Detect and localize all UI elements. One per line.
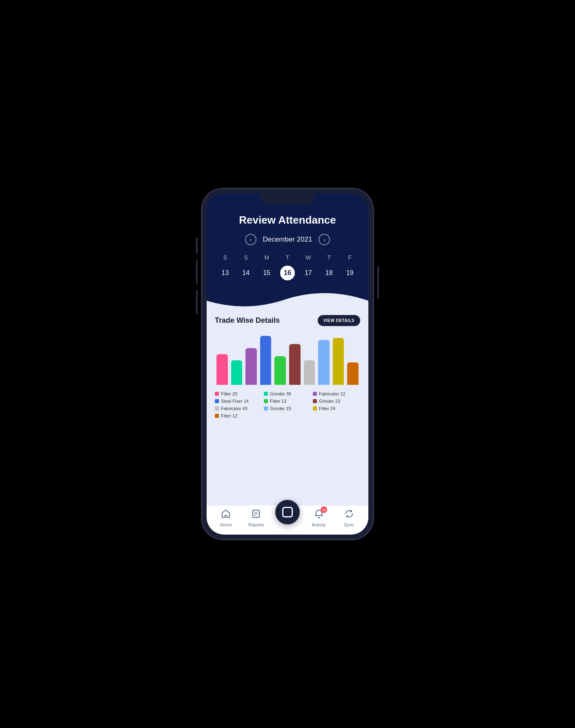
nav-label-activity: Activity [312,522,326,527]
section-header: Trade Wise Details VIEW DETAILS [215,315,360,326]
legend-label-6: Fabricator 43 [221,406,247,411]
legend-item-6: Fabricator 43 [215,406,262,411]
bar-1 [231,360,243,385]
nav-item-reports[interactable]: Reports [245,509,267,527]
legend-dot-7 [264,406,268,411]
bar-chart [215,332,360,385]
legend-dot-4 [264,399,268,403]
bar-4 [274,356,286,385]
legend-item-8: Fitter 24 [313,406,360,411]
legend-item-4: Fitter 13 [264,399,311,404]
side-button [196,260,198,284]
home-icon [221,509,231,521]
legend-dot-6 [215,406,219,411]
legend-item-5: Grinder 23 [313,399,360,404]
notch [261,193,314,205]
bar-8 [333,338,344,385]
day-header-0: S [215,253,236,262]
legend-item-9: Fitter 12 [215,413,262,418]
section-title: Trade Wise Details [215,316,280,325]
side-button [377,266,379,299]
day-header-4: W [298,253,319,262]
legend-dot-5 [313,399,317,403]
day-header-2: M [256,253,277,262]
prev-month-button[interactable]: ‹ [245,234,256,245]
cal-day-19[interactable]: 19 [343,266,357,280]
legend-dot-3 [215,399,219,403]
cal-day-17[interactable]: 17 [301,266,316,280]
legend-dot-1 [264,392,268,396]
app-content: Review Attendance ‹ December 2021 › S S … [207,193,368,535]
header-section: Review Attendance ‹ December 2021 › S S … [207,193,368,289]
side-button [196,237,198,254]
day-header-3: T [277,253,298,262]
cal-day-15[interactable]: 15 [259,266,274,280]
nav-item-home[interactable]: Home [215,509,237,527]
center-button-icon [282,507,293,517]
legend-label-1: Grinder 30 [270,391,291,396]
month-nav: ‹ December 2021 › [215,234,360,245]
legend-label-5: Grinder 23 [319,399,340,404]
legend-dot-2 [313,392,317,396]
bar-6 [304,360,315,385]
sync-icon [344,509,354,521]
legend-label-8: Fitter 24 [319,406,335,411]
reports-icon [251,509,261,521]
legend-item-1: Grinder 30 [264,391,311,396]
bar-0 [216,354,228,385]
bar-9 [347,362,359,385]
day-header-5: T [319,253,339,262]
legend-label-2: Fabricator 12 [319,391,345,396]
nav-label-reports: Reports [248,522,264,527]
calendar-row: 13 14 15 16 17 18 19 [215,266,360,280]
legend: Fitter 20 Grinder 30 Fabricator 12 Steel… [215,391,360,418]
calendar: S S M T W T F 13 14 15 16 17 18 [215,253,360,280]
legend-item-2: Fabricator 12 [313,391,360,396]
page-title: Review Attendance [215,214,360,226]
legend-label-7: Grinder 23 [270,406,291,411]
day-header-6: F [339,253,360,262]
legend-dot-9 [215,414,219,418]
legend-item-0: Fitter 20 [215,391,262,396]
bar-2 [245,348,257,385]
legend-label-0: Fitter 20 [221,391,237,396]
next-month-button[interactable]: › [319,234,330,245]
nav-label-sync: Sync [344,522,354,527]
activity-icon: 18 [314,509,324,521]
cal-day-18[interactable]: 18 [322,266,337,280]
legend-label-4: Fitter 13 [270,399,286,404]
bar-7 [318,340,330,385]
notification-badge: 18 [321,506,327,513]
bar-3 [260,336,272,385]
day-header-1: S [236,253,256,262]
legend-item-3: Steel Fixer 14 [215,399,262,404]
phone-screen: Review Attendance ‹ December 2021 › S S … [207,193,368,535]
bottom-nav: Home Reports [207,506,368,535]
nav-label-home: Home [220,522,232,527]
center-action-button[interactable] [275,500,300,524]
month-label: December 2021 [263,235,312,244]
legend-label-9: Fitter 12 [221,413,237,418]
legend-dot-0 [215,392,219,396]
side-button [196,290,198,314]
legend-dot-8 [313,406,317,411]
nav-item-sync[interactable]: Sync [338,509,360,527]
phone-frame: Review Attendance ‹ December 2021 › S S … [202,189,373,539]
calendar-header: S S M T W T F [215,253,360,262]
bar-5 [289,344,301,385]
legend-label-3: Steel Fixer 14 [221,399,249,404]
nav-item-activity[interactable]: 18 Activity [308,509,330,527]
cal-day-13[interactable]: 13 [218,266,232,280]
cal-day-16[interactable]: 16 [280,266,295,280]
view-details-button[interactable]: VIEW DETAILS [318,315,360,326]
cal-day-14[interactable]: 14 [238,266,253,280]
content-section: Trade Wise Details VIEW DETAILS Fitter 2… [207,311,368,506]
wave-divider [207,286,368,311]
legend-item-7: Grinder 23 [264,406,311,411]
